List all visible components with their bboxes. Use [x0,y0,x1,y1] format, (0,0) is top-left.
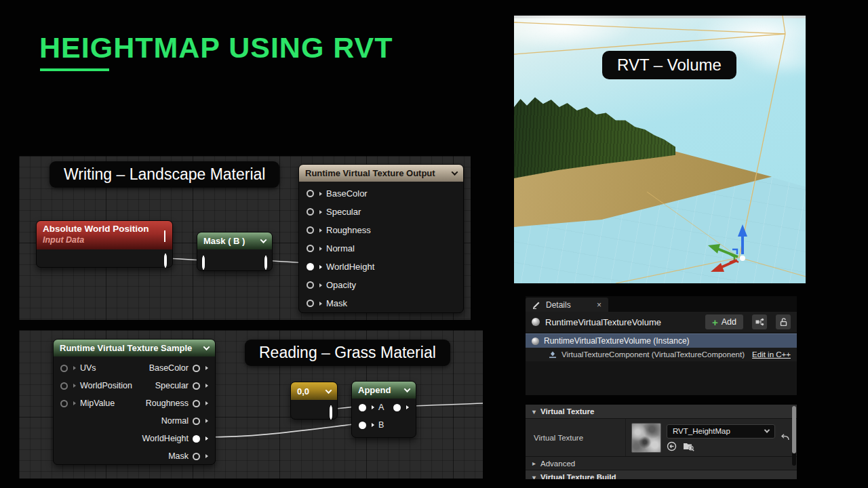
writing-graph-caption: Writing – Landscape Material [50,161,279,188]
mask-input-pin[interactable] [202,257,205,269]
append-node-title: Append [358,385,391,395]
chevron-down-icon[interactable] [326,387,332,394]
triangle-right-icon: ▸ [532,460,536,467]
level-viewport[interactable]: RVT – Volume [514,16,806,283]
rvt-output-title: Runtime Virtual Texture Output [305,168,435,178]
pin-label: Roughness [326,225,371,235]
input-pin[interactable] [307,300,314,307]
awp-node-header: Absolute World Position Input Data [37,221,172,249]
triangle-down-icon: ▾ [532,408,536,415]
browse-to-asset-icon[interactable] [683,441,694,451]
close-icon[interactable]: × [597,300,601,310]
input-pin[interactable] [307,226,314,234]
pin-row-mask[interactable]: Mask [299,294,463,312]
use-selected-asset-icon[interactable] [667,441,677,451]
pin-label: Mask [326,298,347,308]
constant-node-header: 0,0 [291,382,337,400]
pin-label: BaseColor [326,188,368,199]
component-icon [549,351,557,359]
rvt-output-node[interactable]: Runtime Virtual Texture Output BaseColor… [298,164,464,313]
actor-name: RuntimeVirtualTextureVolume [545,317,661,327]
section-virtual-texture-build[interactable]: ▾ Virtual Texture Build [526,470,797,479]
input-pin[interactable] [307,190,314,197]
chevron-down-icon[interactable] [404,386,411,392]
open-blueprint-button[interactable] [752,314,767,329]
transform-gizmo [708,224,747,272]
constant-node-title: 0,0 [297,386,309,396]
add-component-button[interactable]: + Add [705,314,743,329]
input-uvs[interactable]: UVs [60,363,96,373]
rvt-sample-title: Runtime Virtual Texture Sample [60,343,192,353]
component-label: VirtualTextureComponent (VirtualTextureC… [561,350,745,359]
scrollbar-thumb[interactable] [792,406,796,453]
constant-vector-node[interactable]: 0,0 [290,382,338,420]
rvt-sample-node[interactable]: Runtime Virtual Texture Sample UVs BaseC… [53,339,216,465]
details-tab-bar: Details × [526,296,797,312]
append-input-b[interactable]: B [359,420,384,430]
pin-row-opacity[interactable]: Opacity [299,276,463,294]
chevron-down-icon[interactable] [260,237,267,243]
input-mipvalue[interactable]: MipValue [60,399,115,408]
reading-material-graph: Reading – Grass Material Runtime Virtual… [19,330,483,479]
pin-label: UVs [80,363,96,373]
output-roughness[interactable]: Roughness [146,399,208,408]
pin-row-basecolor[interactable]: BaseColor [299,184,463,203]
asset-dropdown[interactable]: RVT_HeightMap [667,424,775,439]
chevron-down-icon[interactable] [164,230,165,241]
pin-label: BaseColor [149,363,189,373]
rvt-sample-header: Runtime Virtual Texture Sample [54,340,215,357]
chevron-down-icon[interactable] [203,344,210,350]
mask-node[interactable]: Mask ( B ) [197,232,273,271]
output-mask[interactable]: Mask [168,451,208,461]
pin-label: A [378,403,384,412]
input-pin[interactable] [307,208,314,216]
pin-row-normal[interactable]: Normal [299,239,463,258]
pin-label: B [378,420,384,430]
reading-graph-caption: Reading – Grass Material [245,340,450,366]
actor-name-row: RuntimeVirtualTextureVolume + Add [526,312,797,332]
mask-output-pin[interactable] [264,257,267,269]
absolute-world-position-node[interactable]: Absolute World Position Input Data [36,220,173,268]
edit-in-cpp-link[interactable]: Edit in C++ [752,350,791,359]
page-title: HEIGHTMAP USING RVT [39,31,393,64]
input-worldposition[interactable]: WorldPosition [60,381,132,390]
lock-button[interactable] [776,314,791,329]
output-normal[interactable]: Normal [161,416,208,426]
pin-label: Normal [326,243,355,253]
viewport-caption: RVT – Volume [602,51,736,79]
input-pin[interactable] [307,281,314,289]
append-output-pin[interactable] [393,404,409,411]
reset-arrow-icon [781,434,790,442]
instance-label: RuntimeVirtualTextureVolume (Instance) [544,336,690,346]
pin-label: WorldHeight [142,434,189,443]
chevron-down-icon[interactable] [452,169,458,176]
section-advanced[interactable]: ▸ Advanced [526,457,797,470]
tab-details[interactable]: Details × [526,298,608,312]
pin-label: Specular [155,381,189,390]
append-input-a[interactable]: A [359,403,384,412]
pin-row-specular[interactable]: Specular [299,203,463,221]
section-label: Virtual Texture [540,407,594,415]
component-row[interactable]: VirtualTextureComponent (VirtualTextureC… [526,348,797,361]
heightmap-thumbnail[interactable] [631,423,661,453]
output-basecolor[interactable]: BaseColor [149,363,208,373]
plus-icon: + [712,317,718,328]
scrollbar[interactable] [792,406,796,466]
append-node[interactable]: Append A B [351,381,416,438]
section-virtual-texture[interactable]: ▾ Virtual Texture [526,405,797,419]
input-pin[interactable] [307,245,314,252]
pencil-icon [532,301,540,309]
pin-row-worldheight[interactable]: WorldHeight [299,258,463,276]
slide-background: HEIGHTMAP USING RVT Writing – Landscape … [0,0,868,488]
pin-row-roughness[interactable]: Roughness [299,221,463,239]
awp-output-pin[interactable] [164,255,167,267]
output-worldheight[interactable]: WorldHeight [142,434,208,443]
instance-row-selected[interactable]: RuntimeVirtualTextureVolume (Instance) [526,333,797,348]
input-pin-connected[interactable] [307,263,314,270]
reset-to-default-button[interactable] [781,434,791,442]
pin-label: WorldPosition [80,381,132,390]
pin-label: WorldHeight [326,262,374,272]
output-specular[interactable]: Specular [155,381,208,390]
constant-output-pin[interactable] [330,407,332,419]
property-label: Virtual Texture [526,419,626,456]
